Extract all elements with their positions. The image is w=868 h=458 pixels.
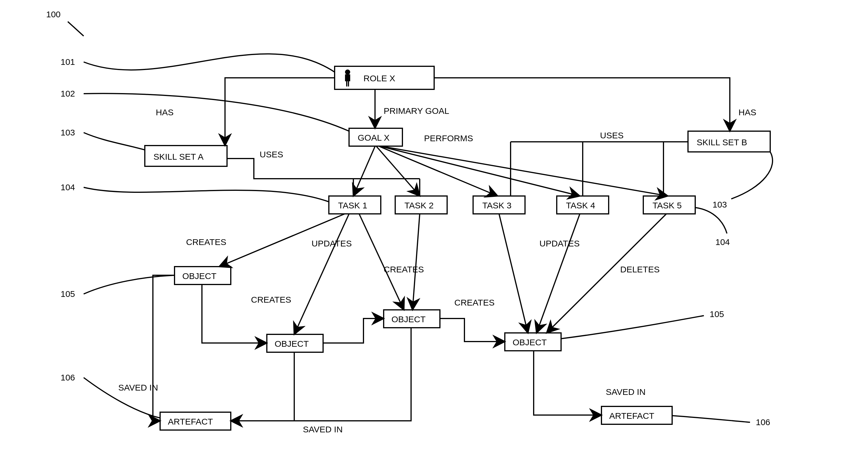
node-object-4: OBJECT xyxy=(505,333,561,351)
node-role-x: ROLE X xyxy=(335,66,434,89)
svg-rect-4 xyxy=(348,81,349,87)
node-task-4: TASK 4 xyxy=(557,196,609,214)
edge-obj2-art1 xyxy=(231,352,294,421)
obj2-label: OBJECT xyxy=(275,339,309,349)
edge-label-savedin-2: SAVED IN xyxy=(303,425,343,434)
node-object-1: OBJECT xyxy=(175,267,231,285)
node-object-2: OBJECT xyxy=(267,334,323,352)
ref-103a: 103 xyxy=(61,128,75,137)
edge-t4-obj4 xyxy=(536,214,580,333)
node-goal-x: GOAL X xyxy=(349,128,402,146)
task1-label: TASK 1 xyxy=(338,201,367,210)
edge-obj1-obj2 xyxy=(202,285,267,343)
node-artefact-1: ARTEFACT xyxy=(160,412,231,430)
edge-t1-obj3 xyxy=(359,214,404,310)
edge-label-savedin-3: SAVED IN xyxy=(606,387,646,397)
ref-103b: 103 xyxy=(713,200,727,209)
edge-label-uses-b: USES xyxy=(600,131,624,140)
edge-obj3-obj4 xyxy=(440,319,505,341)
edge-label-uses-a: USES xyxy=(259,150,283,159)
task4-label: TASK 4 xyxy=(566,201,595,210)
leader-104a xyxy=(84,187,329,202)
ref-104b: 104 xyxy=(715,237,730,247)
diagram-canvas: ROLE X GOAL X SKILL SET A SKILL SET B TA… xyxy=(0,0,868,458)
edge-label-creates-1: CREATES xyxy=(186,237,226,247)
edge-t2-obj3 xyxy=(412,214,420,310)
ref-106a: 106 xyxy=(61,373,75,382)
ref-100: 100 xyxy=(46,9,61,19)
art2-label: ARTEFACT xyxy=(609,411,654,421)
skill-a-label: SKILL SET A xyxy=(153,152,204,161)
edge-obj4-art2 xyxy=(534,351,601,415)
edge-label-performs: PERFORMS xyxy=(424,133,473,143)
leader-103a xyxy=(84,133,145,150)
task3-label: TASK 3 xyxy=(482,201,512,210)
role-label: ROLE X xyxy=(364,73,395,83)
edge-label-deletes: DELETES xyxy=(620,265,660,274)
edge-obj2-obj3 xyxy=(323,319,384,343)
edge-label-creates-2: CREATES xyxy=(251,295,291,304)
edge-label-updates-1: UPDATES xyxy=(312,239,352,248)
node-task-5: TASK 5 xyxy=(643,196,695,214)
leader-104b xyxy=(695,207,727,233)
ref-104a: 104 xyxy=(61,183,75,192)
node-skill-set-b: SKILL SET B xyxy=(688,131,770,152)
edge-goal-task5 xyxy=(382,146,668,196)
edge-goal-task1 xyxy=(353,146,375,196)
svg-rect-3 xyxy=(346,81,347,87)
task2-label: TASK 2 xyxy=(404,201,434,210)
leader-105a xyxy=(84,275,175,294)
edge-has-a xyxy=(225,78,335,145)
edge-label-savedin-1: SAVED IN xyxy=(118,383,158,392)
edge-label-has-b: HAS xyxy=(739,107,756,117)
edge-has-b xyxy=(434,78,730,131)
leader-101 xyxy=(84,54,335,72)
edge-label-creates-3: CREATES xyxy=(384,265,424,274)
ref-105b: 105 xyxy=(710,309,724,319)
leader-103b xyxy=(731,152,773,199)
obj3-label: OBJECT xyxy=(392,315,426,324)
node-task-3: TASK 3 xyxy=(473,196,525,214)
ref-101: 101 xyxy=(61,57,75,67)
ref-105a: 105 xyxy=(61,289,75,299)
edge-label-primary-goal: PRIMARY GOAL xyxy=(384,106,449,116)
leader-106b xyxy=(672,416,750,422)
node-skill-set-a: SKILL SET A xyxy=(145,145,227,166)
edge-uses-a-bus xyxy=(227,159,420,179)
svg-point-1 xyxy=(345,69,350,75)
art1-label: ARTEFACT xyxy=(168,417,213,426)
ref-106b: 106 xyxy=(756,417,770,427)
edge-obj1-art1 xyxy=(153,275,175,421)
leader-100 xyxy=(68,22,84,36)
leader-105b xyxy=(561,316,704,339)
goal-label: GOAL X xyxy=(358,133,390,142)
obj4-label: OBJECT xyxy=(513,337,547,347)
skill-b-label: SKILL SET B xyxy=(696,137,747,147)
leader-102 xyxy=(84,93,349,131)
svg-rect-2 xyxy=(345,74,350,81)
node-artefact-2: ARTEFACT xyxy=(601,406,672,424)
edge-t3-obj4 xyxy=(499,214,528,333)
edge-label-creates-4: CREATES xyxy=(454,298,494,307)
edge-label-updates-2: UPDATES xyxy=(539,239,580,248)
edge-label-has-a: HAS xyxy=(156,107,174,117)
task5-label: TASK 5 xyxy=(652,201,682,210)
obj1-label: OBJECT xyxy=(182,271,216,281)
ref-102: 102 xyxy=(61,89,75,98)
node-task-1: TASK 1 xyxy=(329,196,381,214)
node-task-2: TASK 2 xyxy=(395,196,447,214)
node-object-3: OBJECT xyxy=(384,310,440,328)
